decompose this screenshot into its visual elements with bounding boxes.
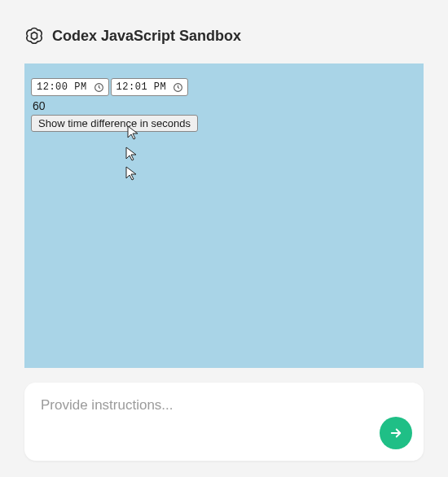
clock-icon [173,82,183,93]
sandbox-canvas: 12:00 PM 12:01 PM 60 Show [24,63,424,368]
result-output: 60 [33,99,417,112]
cursor-icon [127,125,138,140]
send-button[interactable] [380,417,412,449]
time-input-2[interactable]: 12:01 PM [111,78,189,96]
time-input-1[interactable]: 12:00 PM [31,78,109,96]
compute-button[interactable]: Show time difference in seconds [31,115,198,132]
prompt-input[interactable]: Provide instructions... [41,397,407,414]
prompt-bar: Provide instructions... [24,383,424,461]
cursor-icon [125,166,137,181]
time-value-2: 12:01 PM [116,81,167,93]
arrow-right-icon [389,426,403,440]
page-title: Codex JavaScript Sandbox [52,28,241,45]
openai-logo-icon [24,26,44,46]
app-header: Codex JavaScript Sandbox [24,26,424,46]
cursor-icon [125,147,137,161]
time-value-1: 12:00 PM [37,81,87,93]
clock-icon [94,82,104,93]
